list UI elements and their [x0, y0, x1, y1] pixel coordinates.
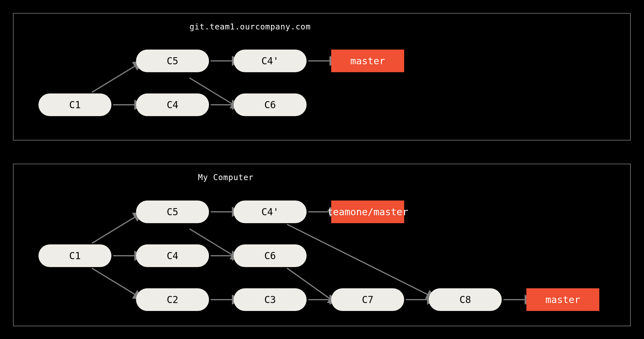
local-commit-c5: C5 [136, 201, 209, 223]
local-branch-teamone-master: teamone/master [331, 201, 404, 223]
local-commit-c3: C3 [234, 288, 307, 311]
remote-panel-title: git.team1.ourcompany.com [189, 22, 311, 31]
local-commit-c8: C8 [429, 288, 502, 311]
local-commit-c2: C2 [136, 288, 209, 311]
local-commit-c7: C7 [331, 288, 404, 311]
remote-commit-c4p: C4' [234, 50, 307, 72]
remote-commit-c1: C1 [38, 93, 111, 116]
local-commit-c4: C4 [136, 244, 209, 267]
remote-panel [13, 13, 631, 140]
local-commit-c6: C6 [234, 244, 307, 267]
local-branch-master: master [526, 288, 599, 311]
remote-commit-c4: C4 [136, 93, 209, 116]
diagram-canvas: git.team1.ourcompany.com C1 C5 C4 C6 C4'… [0, 0, 644, 339]
remote-branch-master: master [331, 50, 404, 72]
local-panel-title: My Computer [198, 173, 253, 182]
local-commit-c1: C1 [38, 244, 111, 267]
remote-commit-c6: C6 [234, 93, 307, 116]
remote-commit-c5: C5 [136, 50, 209, 72]
local-commit-c4p: C4' [234, 201, 307, 223]
